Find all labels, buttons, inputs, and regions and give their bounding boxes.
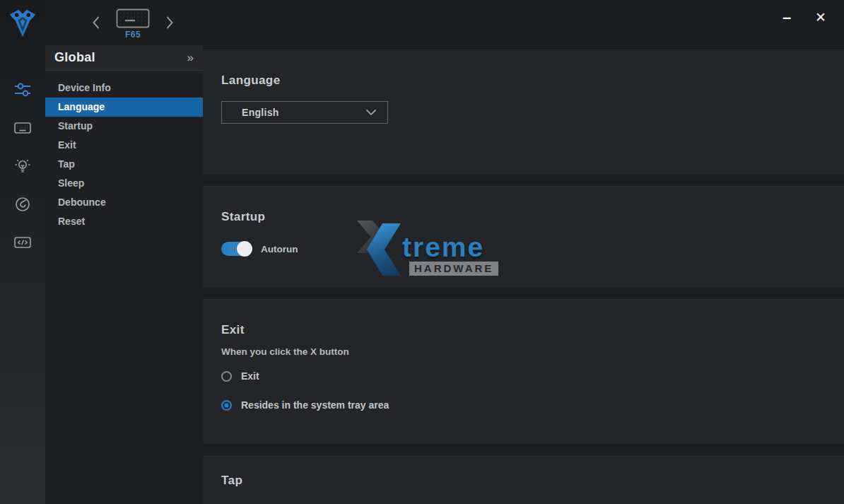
rail-nav bbox=[13, 45, 32, 252]
close-icon[interactable]: ✕ bbox=[811, 6, 830, 30]
menu-item-debounce[interactable]: Debounce bbox=[45, 193, 203, 212]
radio-tray[interactable] bbox=[221, 400, 232, 411]
keyboard-device-icon bbox=[116, 8, 150, 28]
menu-title: Global bbox=[54, 50, 95, 65]
menu-list: Device Info Language Startup Exit Tap Sl… bbox=[45, 78, 203, 231]
radio-exit-label: Exit bbox=[241, 370, 259, 382]
brand-logo bbox=[0, 0, 45, 45]
radio-tray-label: Resides in the system tray area bbox=[241, 399, 389, 411]
menu-item-reset[interactable]: Reset bbox=[45, 212, 203, 231]
lighting-settings-icon[interactable] bbox=[13, 157, 32, 175]
current-device[interactable]: F65 bbox=[116, 8, 150, 40]
settings-sliders-icon[interactable] bbox=[13, 81, 32, 99]
menu-item-startup[interactable]: Startup bbox=[45, 117, 203, 136]
prev-device-icon[interactable] bbox=[92, 8, 100, 30]
language-dropdown-value: English bbox=[242, 107, 279, 118]
radio-exit[interactable] bbox=[221, 371, 232, 382]
menu-header: Global » bbox=[45, 45, 203, 71]
exit-option-tray[interactable]: Resides in the system tray area bbox=[221, 399, 844, 411]
watermark-hardware-text: HARDWARE bbox=[409, 262, 498, 276]
spider-diamond-logo-icon bbox=[5, 6, 40, 40]
app-window: F65 – ✕ Global » D bbox=[0, 0, 844, 504]
menu-item-tap[interactable]: Tap bbox=[45, 155, 203, 174]
menu-item-device-info[interactable]: Device Info bbox=[45, 78, 203, 98]
chevron-down-icon bbox=[365, 109, 377, 116]
global-menu-panel: Global » Device Info Language Startup Ex… bbox=[45, 45, 203, 504]
menu-item-sleep[interactable]: Sleep bbox=[45, 174, 203, 193]
language-section-title: Language bbox=[221, 50, 844, 88]
autorun-label: Autorun bbox=[261, 244, 298, 254]
tap-section: Tap bbox=[203, 456, 844, 504]
autorun-toggle[interactable] bbox=[221, 242, 252, 256]
device-switcher: F65 bbox=[92, 8, 174, 40]
right-column: F65 – ✕ Global » D bbox=[45, 0, 844, 504]
macro-settings-icon[interactable] bbox=[13, 233, 32, 252]
autorun-row: Autorun bbox=[221, 242, 844, 256]
next-device-icon[interactable] bbox=[165, 8, 174, 30]
menu-item-exit[interactable]: Exit bbox=[45, 136, 203, 155]
exit-section-title: Exit bbox=[221, 300, 844, 337]
collapse-panel-icon[interactable]: » bbox=[187, 52, 194, 64]
device-name-label: F65 bbox=[125, 30, 141, 40]
minimize-icon[interactable]: – bbox=[778, 6, 796, 30]
startup-section: Startup Autorun treme bbox=[203, 186, 844, 288]
exit-section: Exit When you click the X button Exit Re… bbox=[203, 299, 844, 444]
settings-content: Language English Startup Autorun bbox=[203, 45, 844, 504]
language-section: Language English bbox=[203, 49, 844, 175]
icon-rail bbox=[0, 0, 45, 504]
exit-option-exit[interactable]: Exit bbox=[221, 370, 844, 382]
startup-section-title: Startup bbox=[221, 187, 844, 224]
performance-settings-icon[interactable] bbox=[13, 195, 32, 213]
window-controls: – ✕ bbox=[778, 6, 830, 30]
exit-prompt: When you click the X button bbox=[221, 346, 844, 357]
titlebar: F65 – ✕ bbox=[45, 0, 844, 45]
keyboard-settings-icon[interactable] bbox=[13, 119, 32, 137]
menu-item-language[interactable]: Language bbox=[45, 98, 203, 117]
toggle-knob bbox=[237, 241, 252, 257]
tap-section-title: Tap bbox=[221, 457, 844, 488]
language-dropdown[interactable]: English bbox=[221, 101, 388, 124]
main-area: Global » Device Info Language Startup Ex… bbox=[45, 45, 844, 504]
